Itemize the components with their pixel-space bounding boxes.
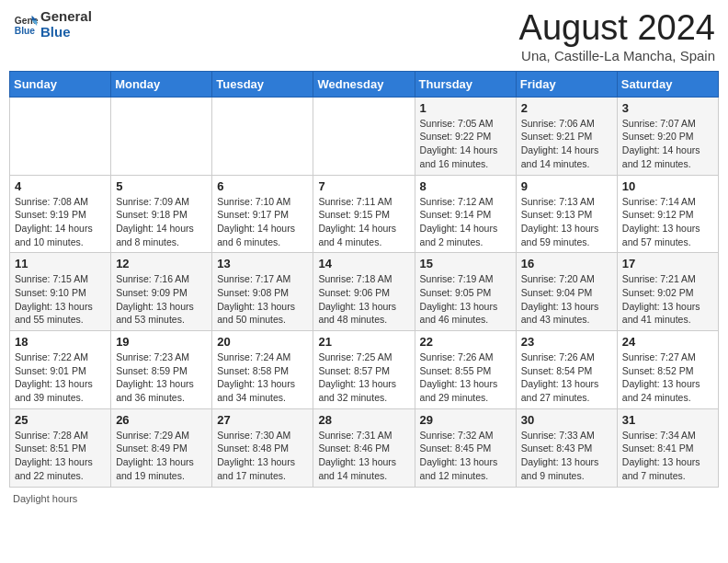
day-info: Sunrise: 7:13 AM Sunset: 9:13 PM Dayligh…	[521, 195, 612, 249]
calendar-cell: 6Sunrise: 7:10 AM Sunset: 9:17 PM Daylig…	[212, 175, 313, 253]
day-info: Sunrise: 7:06 AM Sunset: 9:21 PM Dayligh…	[521, 117, 612, 171]
day-number: 24	[622, 335, 713, 349]
day-number: 28	[318, 413, 409, 427]
calendar-cell: 11Sunrise: 7:15 AM Sunset: 9:10 PM Dayli…	[10, 253, 111, 331]
calendar-cell: 10Sunrise: 7:14 AM Sunset: 9:12 PM Dayli…	[617, 175, 718, 253]
day-info: Sunrise: 7:28 AM Sunset: 8:51 PM Dayligh…	[15, 429, 106, 483]
calendar-cell	[10, 97, 111, 175]
calendar-cell: 14Sunrise: 7:18 AM Sunset: 9:06 PM Dayli…	[313, 253, 415, 331]
day-info: Sunrise: 7:26 AM Sunset: 8:55 PM Dayligh…	[420, 350, 511, 405]
week-row-5: 25Sunrise: 7:28 AM Sunset: 8:51 PM Dayli…	[10, 408, 719, 487]
day-info: Sunrise: 7:25 AM Sunset: 8:57 PM Dayligh…	[318, 350, 409, 405]
calendar-cell: 5Sunrise: 7:09 AM Sunset: 9:18 PM Daylig…	[111, 175, 212, 253]
logo-text-general: General	[40, 9, 92, 25]
day-number: 12	[116, 257, 207, 270]
day-number: 7	[318, 179, 409, 193]
calendar-cell	[313, 97, 415, 175]
day-info: Sunrise: 7:23 AM Sunset: 8:59 PM Dayligh…	[116, 350, 207, 405]
column-header-friday: Friday	[516, 71, 617, 97]
calendar-cell: 1Sunrise: 7:05 AM Sunset: 9:22 PM Daylig…	[415, 97, 516, 175]
calendar-cell: 16Sunrise: 7:20 AM Sunset: 9:04 PM Dayli…	[516, 253, 617, 331]
calendar-cell: 31Sunrise: 7:34 AM Sunset: 8:41 PM Dayli…	[617, 408, 718, 487]
calendar-cell: 8Sunrise: 7:12 AM Sunset: 9:14 PM Daylig…	[415, 175, 516, 253]
day-info: Sunrise: 7:14 AM Sunset: 9:12 PM Dayligh…	[622, 195, 713, 249]
calendar-header-row: SundayMondayTuesdayWednesdayThursdayFrid…	[10, 71, 719, 97]
day-number: 1	[420, 101, 511, 115]
page-header: General Blue General Blue August 2024 Un…	[9, 9, 719, 63]
day-info: Sunrise: 7:16 AM Sunset: 9:09 PM Dayligh…	[116, 272, 207, 327]
column-header-monday: Monday	[111, 71, 212, 97]
day-info: Sunrise: 7:21 AM Sunset: 9:02 PM Dayligh…	[622, 272, 713, 327]
calendar-cell: 20Sunrise: 7:24 AM Sunset: 8:58 PM Dayli…	[212, 331, 313, 409]
calendar-cell: 4Sunrise: 7:08 AM Sunset: 9:19 PM Daylig…	[10, 175, 111, 253]
day-info: Sunrise: 7:26 AM Sunset: 8:54 PM Dayligh…	[521, 350, 612, 405]
day-info: Sunrise: 7:09 AM Sunset: 9:18 PM Dayligh…	[116, 195, 207, 249]
calendar-footer: Daylight hours	[9, 493, 719, 504]
svg-text:Blue: Blue	[15, 26, 36, 36]
calendar-cell: 13Sunrise: 7:17 AM Sunset: 9:08 PM Dayli…	[212, 253, 313, 331]
day-info: Sunrise: 7:12 AM Sunset: 9:14 PM Dayligh…	[420, 195, 511, 249]
calendar-cell: 17Sunrise: 7:21 AM Sunset: 9:02 PM Dayli…	[617, 253, 718, 331]
week-row-4: 18Sunrise: 7:22 AM Sunset: 9:01 PM Dayli…	[10, 331, 719, 409]
day-number: 19	[116, 335, 207, 349]
day-info: Sunrise: 7:32 AM Sunset: 8:45 PM Dayligh…	[420, 429, 511, 483]
calendar-cell: 27Sunrise: 7:30 AM Sunset: 8:48 PM Dayli…	[212, 408, 313, 487]
day-info: Sunrise: 7:07 AM Sunset: 9:20 PM Dayligh…	[622, 117, 713, 171]
day-info: Sunrise: 7:30 AM Sunset: 8:48 PM Dayligh…	[217, 429, 308, 483]
day-info: Sunrise: 7:29 AM Sunset: 8:49 PM Dayligh…	[116, 429, 207, 483]
calendar-cell: 24Sunrise: 7:27 AM Sunset: 8:52 PM Dayli…	[617, 331, 718, 409]
day-number: 21	[318, 335, 409, 349]
day-number: 23	[521, 335, 612, 349]
day-info: Sunrise: 7:20 AM Sunset: 9:04 PM Dayligh…	[521, 272, 612, 327]
day-number: 6	[217, 179, 308, 193]
day-number: 14	[318, 257, 409, 270]
column-header-thursday: Thursday	[415, 71, 516, 97]
day-number: 16	[521, 257, 612, 270]
day-number: 5	[116, 179, 207, 193]
calendar-table: SundayMondayTuesdayWednesdayThursdayFrid…	[9, 71, 719, 488]
calendar-cell: 15Sunrise: 7:19 AM Sunset: 9:05 PM Dayli…	[415, 253, 516, 331]
calendar-cell	[111, 97, 212, 175]
column-header-sunday: Sunday	[10, 71, 111, 97]
calendar-cell: 18Sunrise: 7:22 AM Sunset: 9:01 PM Dayli…	[10, 331, 111, 409]
day-number: 26	[116, 413, 207, 427]
day-number: 27	[217, 413, 308, 427]
day-number: 4	[15, 179, 106, 193]
daylight-label: Daylight hours	[13, 493, 77, 504]
calendar-cell: 21Sunrise: 7:25 AM Sunset: 8:57 PM Dayli…	[313, 331, 415, 409]
day-number: 11	[15, 257, 106, 270]
calendar-body: 1Sunrise: 7:05 AM Sunset: 9:22 PM Daylig…	[10, 97, 719, 487]
calendar-cell: 7Sunrise: 7:11 AM Sunset: 9:15 PM Daylig…	[313, 175, 415, 253]
column-header-saturday: Saturday	[617, 71, 718, 97]
logo-text-blue: Blue	[40, 25, 92, 40]
day-info: Sunrise: 7:10 AM Sunset: 9:17 PM Dayligh…	[217, 195, 308, 249]
day-info: Sunrise: 7:05 AM Sunset: 9:22 PM Dayligh…	[420, 117, 511, 171]
week-row-2: 4Sunrise: 7:08 AM Sunset: 9:19 PM Daylig…	[10, 175, 719, 253]
calendar-cell: 23Sunrise: 7:26 AM Sunset: 8:54 PM Dayli…	[516, 331, 617, 409]
calendar-cell: 2Sunrise: 7:06 AM Sunset: 9:21 PM Daylig…	[516, 97, 617, 175]
day-number: 29	[420, 413, 511, 427]
day-number: 18	[15, 335, 106, 349]
day-number: 9	[521, 179, 612, 193]
calendar-cell	[212, 97, 313, 175]
title-area: August 2024 Una, Castille-La Mancha, Spa…	[519, 9, 715, 63]
calendar-cell: 30Sunrise: 7:33 AM Sunset: 8:43 PM Dayli…	[516, 408, 617, 487]
day-number: 17	[622, 257, 713, 270]
day-info: Sunrise: 7:11 AM Sunset: 9:15 PM Dayligh…	[318, 195, 409, 249]
day-number: 31	[622, 413, 713, 427]
calendar-cell: 3Sunrise: 7:07 AM Sunset: 9:20 PM Daylig…	[617, 97, 718, 175]
calendar-cell: 28Sunrise: 7:31 AM Sunset: 8:46 PM Dayli…	[313, 408, 415, 487]
logo-icon: General Blue	[13, 12, 39, 38]
logo: General Blue General Blue	[13, 9, 92, 40]
day-info: Sunrise: 7:31 AM Sunset: 8:46 PM Dayligh…	[318, 429, 409, 483]
column-header-wednesday: Wednesday	[313, 71, 415, 97]
calendar-cell: 9Sunrise: 7:13 AM Sunset: 9:13 PM Daylig…	[516, 175, 617, 253]
calendar-cell: 26Sunrise: 7:29 AM Sunset: 8:49 PM Dayli…	[111, 408, 212, 487]
day-number: 8	[420, 179, 511, 193]
day-number: 10	[622, 179, 713, 193]
day-number: 20	[217, 335, 308, 349]
day-info: Sunrise: 7:08 AM Sunset: 9:19 PM Dayligh…	[15, 195, 106, 249]
day-number: 15	[420, 257, 511, 270]
calendar-cell: 25Sunrise: 7:28 AM Sunset: 8:51 PM Dayli…	[10, 408, 111, 487]
calendar-cell: 19Sunrise: 7:23 AM Sunset: 8:59 PM Dayli…	[111, 331, 212, 409]
